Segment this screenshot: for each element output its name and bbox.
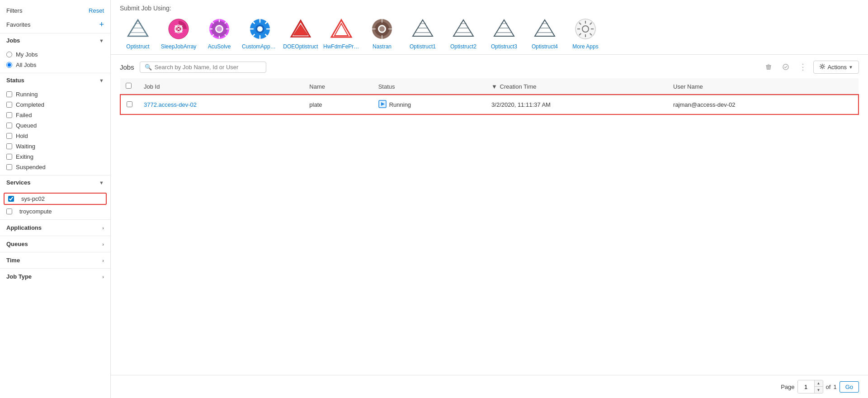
applications-section-header[interactable]: Applications › [0, 220, 110, 236]
delete-button[interactable] [762, 60, 775, 74]
of-label: of [826, 384, 831, 390]
jobs-section-header[interactable]: Jobs ▼ [0, 33, 110, 47]
app-sleepjobarray[interactable]: SleepJobArray [160, 16, 197, 50]
status-completed-option[interactable]: Completed [0, 100, 110, 110]
optistruct2-icon [451, 16, 476, 42]
service-troycompute-item[interactable]: troycompute [0, 206, 110, 217]
app-doeoptistruct[interactable]: DOEOptistruct [283, 16, 319, 50]
actions-chevron-icon: ▼ [849, 65, 853, 70]
status-running: Running [378, 100, 481, 109]
page-input-group[interactable]: ▲ ▼ [797, 380, 823, 393]
table-row: 3772.access-dev-02 plate [120, 95, 859, 114]
doeoptistruct-label: DOEOptistruct [283, 43, 318, 50]
jobs-chevron-icon: ▼ [99, 38, 104, 43]
applications-section: Applications › [0, 219, 110, 236]
select-all-col[interactable] [120, 78, 138, 95]
optistruct4-icon [532, 16, 557, 42]
app-customapprun[interactable]: CustomAppRun... [242, 16, 278, 50]
actions-button[interactable]: Actions ▼ [813, 61, 859, 74]
total-pages-value: 1 [833, 384, 836, 390]
queued-label: Queued [16, 122, 37, 129]
optistruct1-icon [410, 16, 435, 42]
page-down-button[interactable]: ▼ [815, 387, 823, 393]
more-options-button[interactable]: ⋮ [796, 60, 810, 74]
service-sys-pc02-item[interactable]: sys-pc02 [4, 193, 107, 205]
search-box[interactable]: 🔍 [140, 62, 266, 73]
approve-button[interactable] [779, 60, 793, 74]
favorites-row: Favorites + [0, 19, 110, 33]
status-section-header[interactable]: Status ▼ [0, 73, 110, 87]
time-section-header[interactable]: Time › [0, 252, 110, 268]
optistruct3-label: Optistruct3 [491, 43, 517, 50]
hwfdmfeproce-icon [329, 16, 354, 42]
nastran-icon [369, 16, 395, 42]
filters-header: Filters Reset [0, 5, 110, 19]
reset-link[interactable]: Reset [89, 7, 104, 14]
queues-label: Queues [6, 241, 28, 247]
app-more-apps[interactable]: More Apps [567, 16, 604, 50]
optistruct4-label: Optistruct4 [532, 43, 558, 50]
job-user-name-cell: rajman@access-dev-02 [668, 95, 859, 114]
col-user-name[interactable]: User Name [668, 78, 859, 95]
hwfdmfeproce-label: HwFdmFeProce... [323, 43, 359, 50]
services-section-label: Services [6, 179, 31, 186]
status-suspended-option[interactable]: Suspended [0, 162, 110, 172]
status-failed-option[interactable]: Failed [0, 110, 110, 120]
optistruct2-label: Optistruct2 [450, 43, 476, 50]
my-jobs-option[interactable]: My Jobs [0, 49, 110, 60]
col-job-id[interactable]: Job Id [138, 78, 304, 95]
job-creation-time-cell: 3/2/2020, 11:11:37 AM [486, 95, 668, 114]
services-section-content: sys-pc02 troycompute [0, 190, 110, 219]
queues-section-header[interactable]: Queues › [0, 236, 110, 252]
status-queued-option[interactable]: Queued [0, 120, 110, 131]
hold-label: Hold [16, 133, 28, 139]
add-favorites-button[interactable]: + [99, 20, 104, 28]
svg-line-50 [413, 28, 418, 36]
running-status-icon [378, 100, 387, 109]
status-waiting-option[interactable]: Waiting [0, 141, 110, 152]
go-button[interactable]: Go [840, 381, 859, 393]
services-section-header[interactable]: Services ▼ [0, 175, 110, 190]
nastran-label: Nastran [373, 43, 392, 50]
all-jobs-option[interactable]: All Jobs [0, 60, 110, 70]
select-all-checkbox[interactable] [126, 83, 132, 89]
running-label: Running [16, 91, 38, 98]
app-optistruct[interactable]: Optistruct [120, 16, 156, 50]
job-id-link[interactable]: 3772.access-dev-02 [144, 101, 197, 108]
row-checkbox[interactable] [127, 101, 132, 107]
svg-line-69 [550, 28, 555, 36]
status-running-option[interactable]: Running [0, 89, 110, 100]
col-status[interactable]: Status [373, 78, 486, 95]
jobs-section-content: My Jobs All Jobs [0, 47, 110, 73]
time-label: Time [6, 257, 20, 264]
sleepjobarray-icon [166, 16, 191, 42]
col-name[interactable]: Name [304, 78, 373, 95]
optistruct1-label: Optistruct1 [410, 43, 436, 50]
app-nastran[interactable]: Nastran [364, 16, 400, 50]
app-optistruct4[interactable]: Optistruct4 [527, 16, 563, 50]
job-type-section: Job Type › [0, 268, 110, 284]
waiting-label: Waiting [16, 143, 35, 150]
status-hold-option[interactable]: Hold [0, 131, 110, 141]
col-creation-time[interactable]: ▼ Creation Time [486, 78, 668, 95]
job-type-section-header[interactable]: Job Type › [0, 269, 110, 284]
completed-label: Completed [16, 101, 44, 108]
troycompute-label: troycompute [19, 208, 52, 215]
status-exiting-option[interactable]: Exiting [0, 152, 110, 162]
acsolve-icon [207, 16, 232, 42]
row-checkbox-cell[interactable] [120, 95, 138, 114]
favorites-label: Favorites [6, 21, 30, 28]
customapprun-label: CustomAppRun... [242, 43, 278, 50]
app-hwfdmfeproce[interactable]: HwFdmFeProce... [323, 16, 359, 50]
search-input[interactable] [155, 64, 261, 71]
more-apps-label: More Apps [572, 43, 598, 50]
app-optistruct2[interactable]: Optistruct2 [445, 16, 481, 50]
optistruct3-icon [491, 16, 517, 42]
app-optistruct1[interactable]: Optistruct1 [405, 16, 441, 50]
app-acsolve[interactable]: AcuSolve [201, 16, 237, 50]
page-input[interactable] [798, 380, 814, 393]
page-up-button[interactable]: ▲ [815, 380, 823, 387]
applications-label: Applications [6, 224, 42, 231]
job-type-chevron-icon: › [102, 274, 104, 280]
app-optistruct3[interactable]: Optistruct3 [486, 16, 522, 50]
